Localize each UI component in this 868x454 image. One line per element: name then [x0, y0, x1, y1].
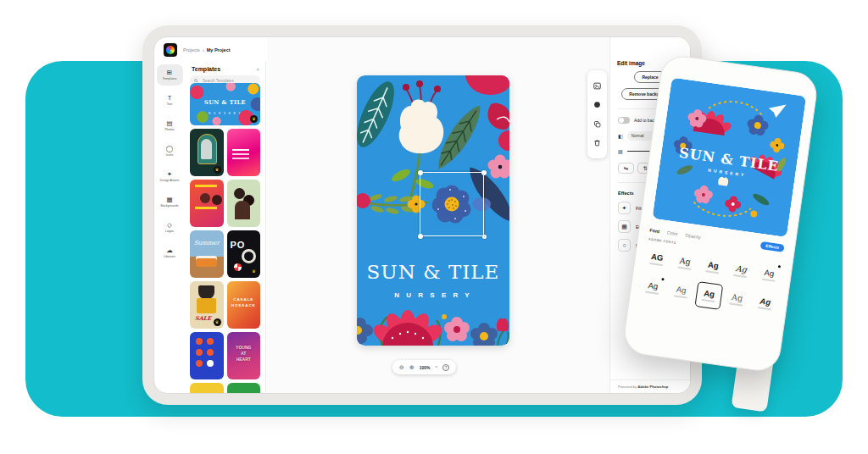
font-sample-glyph: Ag: [676, 285, 687, 296]
sidebar-item[interactable]: ▦ Backgrounds: [157, 191, 183, 213]
canvas-area: SUN & TILE N U R S E R Y: [267, 37, 609, 393]
effect-icon: ○: [618, 239, 631, 252]
font-sample-glyph: Ag: [679, 257, 691, 267]
premium-crown-badge: ♛: [250, 115, 258, 123]
phone-art-illustration: SUN & TILE NURSERY: [652, 77, 806, 237]
font-card[interactable]: Ag: [698, 252, 727, 281]
help-icon[interactable]: ?: [442, 364, 449, 371]
editor-app-window: Projects › My Project ↺ ↻ ↓ Download ↑ S…: [153, 36, 691, 394]
phone-artwork: SUN & TILE NURSERY: [652, 77, 806, 237]
sidebar-item-icon: ◇: [167, 222, 172, 229]
template-thumbnail[interactable]: SUN & TILE N U R S E R Y ♛: [190, 83, 260, 125]
layers-icon[interactable]: [593, 120, 601, 128]
sidebar-item[interactable]: T Text: [157, 90, 183, 111]
artboard[interactable]: SUN & TILE N U R S E R Y: [357, 75, 509, 346]
templates-panel: Templates × SUN & TILE N U R S E R Y ♛: [185, 61, 266, 393]
font-card[interactable]: Ag: [694, 281, 723, 310]
zoom-in-icon[interactable]: ⊕: [409, 364, 415, 371]
selection-handle[interactable]: [481, 170, 487, 175]
zoom-toolbar: ⊖ ⊕ 100% ^ ?: [392, 360, 456, 374]
font-card[interactable]: Ag: [722, 285, 751, 314]
template-thumbnail[interactable]: [227, 129, 261, 176]
font-card[interactable]: Ag: [670, 249, 699, 278]
template-thumbnail[interactable]: SALE ♛: [190, 281, 224, 329]
selection-handle[interactable]: [418, 170, 423, 175]
sidebar-item[interactable]: ◇ Logos: [157, 217, 183, 238]
app-logo-icon[interactable]: [164, 43, 177, 57]
sidebar-item-label: Backgrounds: [161, 204, 179, 208]
breadcrumb-current: My Project: [207, 47, 231, 53]
image-icon[interactable]: [593, 82, 601, 90]
phone-tab[interactable]: Font: [649, 227, 659, 234]
sidebar-item[interactable]: ☁ Libraries: [157, 242, 183, 263]
phone-tab[interactable]: Color: [667, 230, 679, 236]
selection-handle[interactable]: [482, 235, 487, 239]
breadcrumb-separator: ›: [203, 47, 204, 53]
flip-horizontal-button[interactable]: ⇆: [618, 163, 634, 174]
template-sublabel: N U R S E R Y: [190, 112, 260, 115]
artboard-subtitle: N U R S E R Y: [394, 291, 471, 299]
font-card[interactable]: Ag: [750, 289, 779, 318]
sidebar-item-label: Text: [167, 102, 173, 106]
add-to-background-toggle[interactable]: [618, 117, 630, 124]
sidebar-item-icon: ▤: [166, 120, 172, 127]
template-thumbnail[interactable]: [227, 180, 261, 227]
selection-handle[interactable]: [418, 234, 423, 239]
font-sample-glyph: Ag: [648, 281, 659, 291]
sidebar-item[interactable]: ◯ Icons: [157, 141, 183, 162]
trash-icon[interactable]: [593, 139, 601, 147]
sidebar-item[interactable]: ⊞ Templates: [157, 64, 183, 86]
zoom-out-icon[interactable]: ⊖: [399, 364, 404, 371]
sidebar-item-label: Logos: [165, 230, 174, 233]
template-thumbnail[interactable]: BIG: [190, 383, 224, 393]
adjust-icon[interactable]: [593, 101, 601, 108]
breadcrumb: Projects › My Project: [183, 47, 231, 53]
opacity-icon: ▨: [618, 148, 623, 154]
effect-icon: ▦: [618, 220, 631, 233]
template-thumbnail[interactable]: CASALE HOSSACK: [227, 281, 261, 329]
sidebar-item-icon: ☁: [166, 247, 173, 254]
left-sidebar: ⊞ Templates T Text ▤ Photos ◯ Icons ✦ De…: [154, 61, 185, 393]
template-label: Summer: [190, 240, 224, 246]
font-sample-glyph: Ag: [732, 293, 743, 303]
selection-box[interactable]: [420, 172, 484, 236]
template-thumbnail[interactable]: PO ♛: [227, 230, 261, 278]
font-card[interactable]: AG: [643, 245, 671, 274]
template-label: SALE: [195, 315, 211, 322]
template-thumbnail[interactable]: YOUNG AT HEART: [227, 332, 261, 379]
fonts-section-header: ADOBE FONTS: [648, 237, 676, 245]
font-sample-glyph: Ag: [735, 264, 747, 274]
font-sample-glyph: Ag: [764, 269, 775, 279]
phone-tab[interactable]: Opacity: [685, 232, 701, 239]
sidebar-item[interactable]: ✦ Design Assets: [157, 166, 183, 187]
template-thumbnail[interactable]: JUICE MENU: [227, 383, 261, 393]
sidebar-item-icon: ▦: [166, 197, 172, 203]
font-card[interactable]: Ag: [638, 274, 667, 302]
close-icon[interactable]: ×: [256, 67, 259, 72]
font-grid: AG Ag Ag Ag Ag Ag Ag: [638, 245, 783, 318]
sidebar-item[interactable]: ▤ Photos: [157, 115, 183, 136]
template-thumbnail[interactable]: Summer: [190, 230, 224, 278]
template-thumbnail[interactable]: [190, 180, 224, 227]
premium-star-badge: [777, 265, 781, 269]
breadcrumb-root[interactable]: Projects: [183, 47, 200, 53]
font-sample-glyph: Ag: [707, 261, 719, 271]
template-thumbnail[interactable]: [190, 332, 224, 379]
font-card[interactable]: Ag: [726, 257, 755, 285]
powered-by-note: Powered by Adobe Photoshop: [610, 379, 690, 393]
object-toolbar: [587, 70, 607, 158]
font-card[interactable]: Ag: [666, 277, 695, 306]
font-card[interactable]: Ag: [754, 261, 783, 290]
templates-panel-title: Templates: [192, 66, 220, 72]
blend-mode-icon: ◧: [618, 133, 623, 139]
font-sample-glyph: AG: [650, 252, 664, 263]
template-grid: SUN & TILE N U R S E R Y ♛ ♛: [190, 83, 260, 393]
zoom-level[interactable]: 100%: [420, 365, 431, 370]
sidebar-item-icon: T: [168, 95, 172, 102]
zoom-caret-icon[interactable]: ^: [436, 365, 437, 370]
sidebar-item-label: Design Assets: [160, 179, 180, 182]
phone-tab[interactable]: Effects: [760, 241, 785, 252]
template-thumbnail[interactable]: ♛: [190, 129, 224, 176]
effect-icon: ✦: [618, 202, 631, 214]
edit-image-title: Edit image: [617, 60, 645, 66]
